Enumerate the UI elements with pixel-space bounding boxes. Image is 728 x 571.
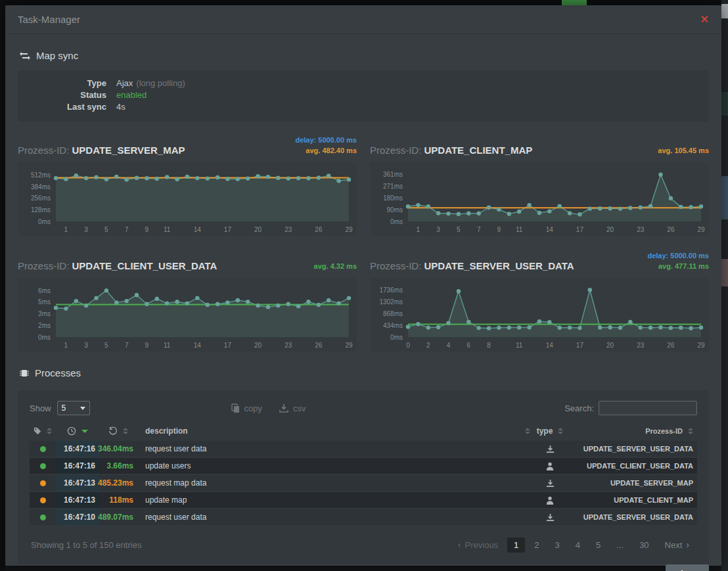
column-header-description[interactable]: description [137, 423, 534, 439]
svg-text:17: 17 [576, 342, 584, 349]
svg-text:7: 7 [125, 342, 129, 349]
sort-indicator[interactable] [525, 428, 530, 434]
status-dot-orange [40, 497, 46, 503]
chart-svg: 0ms90ms180ms271ms361ms135791114172023262… [370, 162, 709, 236]
page-scrollbar-thumb[interactable] [721, 4, 728, 18]
copy-button[interactable]: copy [231, 403, 262, 413]
pagination-page-3[interactable]: 3 [549, 537, 566, 553]
processes-heading-label: Processes [35, 367, 81, 378]
search-input[interactable] [599, 401, 697, 415]
duration-cell: 346.04ms [99, 441, 137, 457]
svg-text:90ms: 90ms [387, 206, 403, 214]
sort-indicator[interactable] [688, 428, 693, 434]
sort-indicator-desc[interactable] [81, 430, 88, 433]
sort-indicator[interactable] [47, 428, 52, 434]
download-icon [546, 513, 555, 522]
pagination-page-1[interactable]: 1 [507, 537, 525, 553]
table-row[interactable]: 16:47:10 489.07ms request user data UPDA… [30, 509, 697, 525]
last-sync-value: 4s [116, 101, 125, 113]
column-header-duration[interactable] [99, 423, 137, 439]
close-icon[interactable]: ✕ [700, 14, 709, 25]
info-row-status: Status enabled [18, 89, 709, 101]
sort-indicator[interactable] [558, 428, 563, 434]
chart-process-name: UPDATE_CLIENT_USER_DATA [72, 260, 217, 271]
svg-text:11: 11 [516, 342, 523, 349]
svg-text:29: 29 [345, 226, 353, 233]
duration-cell: 489.07ms [99, 509, 137, 525]
svg-text:23: 23 [284, 226, 292, 233]
entries-info: Showing 1 to 5 of 150 entries [31, 540, 141, 550]
column-header-type[interactable]: type [534, 423, 566, 439]
page-length-select[interactable]: 5 [57, 401, 90, 415]
svg-text:26: 26 [315, 226, 323, 233]
csv-button[interactable]: csv [279, 403, 306, 413]
table-row[interactable]: 16:47:16 3.66ms update users UPDATE_CLIE… [30, 458, 697, 474]
chart-panel: 0ms434ms868ms1302ms1736ms024681114172023… [370, 278, 709, 352]
time-cell: 16:47:16 [56, 458, 99, 474]
status-cell [30, 509, 56, 525]
chart-process-name: UPDATE_SERVER_USER_DATA [424, 260, 574, 271]
svg-text:434ms: 434ms [383, 322, 403, 329]
chart-svg: 0ms128ms256ms384ms512ms13579111417202326… [18, 162, 357, 236]
svg-text:2: 2 [426, 342, 430, 349]
close-button[interactable]: close [666, 564, 709, 571]
chart-header: Prozess-ID: UPDATE_SERVER_MAP delay: 500… [18, 132, 357, 156]
pagination-previous[interactable]: ‹Previous [451, 537, 505, 553]
chart-badges: delay: 5000.00 ms avg. 477.11 ms [647, 250, 709, 271]
svg-text:11: 11 [516, 226, 523, 233]
svg-text:6ms: 6ms [38, 287, 51, 294]
sort-indicator[interactable] [123, 428, 128, 434]
svg-text:29: 29 [345, 342, 353, 349]
map-sync-heading-label: Map sync [36, 50, 78, 61]
duration-cell: 485.23ms [99, 475, 137, 491]
svg-text:2ms: 2ms [38, 322, 51, 329]
column-header-status[interactable] [30, 423, 56, 439]
prozess-id-cell: UPDATE_SERVER_USER_DATA [566, 441, 697, 457]
type-cell [534, 475, 566, 491]
svg-text:1: 1 [64, 342, 68, 349]
download-icon [546, 445, 555, 453]
chart-process-name: UPDATE_SERVER_MAP [72, 145, 185, 156]
column-header-prozess-id[interactable]: Prozess-ID [566, 423, 697, 439]
processes-panel: Show 5 copy [18, 390, 709, 564]
pagination-next[interactable]: Next› [658, 537, 696, 553]
pagination-page-30[interactable]: 30 [633, 537, 655, 553]
history-icon [108, 426, 118, 436]
pagination-page-4[interactable]: 4 [569, 537, 587, 553]
chart-badges: avg. 105.45 ms [658, 145, 709, 156]
background-remnant [721, 92, 728, 116]
description-cell: update map [137, 492, 534, 508]
table-row[interactable]: 16:47:13 118ms update map UPDATE_CLIENT_… [30, 492, 697, 508]
chevron-left-icon: ‹ [458, 539, 461, 550]
type-cell [534, 509, 566, 525]
svg-text:5ms: 5ms [38, 298, 51, 306]
svg-text:0ms: 0ms [38, 334, 51, 341]
chart-title-prefix: Prozess-ID: [18, 145, 72, 156]
chart-header: Prozess-ID: UPDATE_CLIENT_USER_DATA avg.… [18, 248, 357, 271]
svg-text:868ms: 868ms [383, 310, 403, 317]
svg-text:17: 17 [224, 342, 232, 349]
table-row[interactable]: 16:47:16 346.04ms request user data UPDA… [30, 441, 697, 457]
status-dot-green [40, 446, 46, 452]
pagination-page-...[interactable]: ... [610, 537, 630, 553]
column-header-time[interactable] [56, 423, 99, 439]
clock-icon [67, 426, 76, 436]
type-note: (long polling) [136, 78, 185, 88]
chart-panel: 0ms128ms256ms384ms512ms13579111417202326… [18, 162, 357, 236]
chart-title: Prozess-ID: UPDATE_CLIENT_MAP [370, 145, 532, 156]
modal-header: Task-Manager ✕ [5, 5, 721, 34]
svg-text:3ms: 3ms [38, 310, 51, 317]
status-dot-orange [40, 480, 46, 486]
map-sync-info-box: Type Ajax(long polling) Status enabled L… [18, 70, 709, 122]
chart-svg: 0ms434ms868ms1302ms1736ms024681114172023… [370, 278, 709, 352]
svg-text:9: 9 [145, 342, 149, 349]
type-label: Type [18, 78, 106, 89]
type-cell [534, 441, 566, 457]
pagination-page-5[interactable]: 5 [589, 537, 607, 553]
svg-text:20: 20 [254, 342, 262, 349]
time-cell: 16:47:13 [56, 475, 99, 491]
pagination-page-2[interactable]: 2 [528, 537, 545, 553]
table-row[interactable]: 16:47:13 485.23ms request map data UPDAT… [30, 475, 697, 491]
chart-block-update_server_user_data: Prozess-ID: UPDATE_SERVER_USER_DATA dela… [370, 248, 709, 352]
svg-text:6: 6 [467, 342, 471, 349]
